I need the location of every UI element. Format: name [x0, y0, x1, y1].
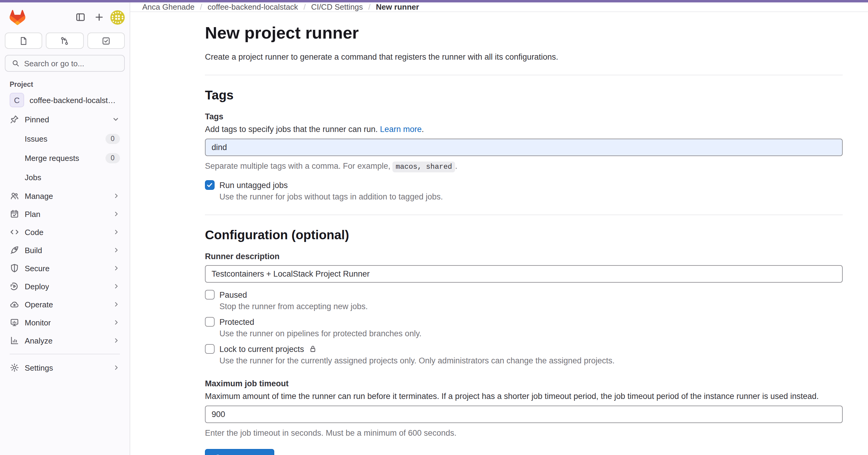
tags-example-code: macos, shared	[393, 162, 455, 172]
run-untagged-jobs-row: Run untagged jobs	[205, 180, 843, 190]
tags-field-label: Tags	[205, 111, 843, 122]
sidebar-item-jobs[interactable]: Jobs	[5, 167, 125, 187]
tags-section-title: Tags	[205, 87, 843, 102]
chevron-right-icon	[113, 247, 120, 254]
chevron-right-icon	[113, 337, 120, 344]
chevron-right-icon	[113, 210, 120, 218]
merge-request-icon	[60, 36, 70, 45]
page-subtitle: Create a project runner to generate a co…	[205, 51, 843, 63]
sidebar-item-secure[interactable]: Secure	[5, 259, 125, 277]
sidebar-item-operate[interactable]: Operate	[5, 295, 125, 313]
user-avatar-identicon[interactable]	[110, 10, 125, 24]
breadcrumb-item-project[interactable]: coffee-backend-localstack	[208, 2, 298, 11]
breadcrumb-item-cicd-settings[interactable]: CI/CD Settings	[311, 2, 363, 11]
sidebar-item-code[interactable]: Code	[5, 223, 125, 241]
max-job-timeout-input[interactable]	[205, 405, 843, 423]
breadcrumb-item-user[interactable]: Anca Ghenade	[142, 2, 194, 11]
sidebar-item-build[interactable]: Build	[5, 241, 125, 259]
protected-label[interactable]: Protected	[219, 317, 254, 326]
lock-to-projects-checkbox[interactable]	[205, 344, 215, 354]
section-divider	[205, 75, 843, 75]
runner-description-input[interactable]	[205, 265, 843, 283]
learn-more-link[interactable]: Learn more	[380, 125, 422, 134]
paused-row: Paused	[205, 290, 843, 299]
chevron-right-icon	[113, 319, 120, 326]
paused-label[interactable]: Paused	[219, 290, 247, 299]
plus-icon[interactable]	[92, 10, 106, 24]
issues-shortcut-button[interactable]	[5, 33, 42, 49]
tags-help-text: Add tags to specify jobs that the runner…	[205, 124, 843, 135]
rocket-icon	[10, 245, 19, 255]
cloud-pod-icon	[10, 299, 19, 309]
sidebar: Search or go to... Project C coffee-back…	[0, 2, 130, 455]
sidebar-toggle-icon[interactable]	[73, 10, 87, 24]
protected-checkbox[interactable]	[205, 317, 215, 327]
project-name: coffee-backend-localstack	[30, 96, 120, 104]
create-runner-button[interactable]: Create runner	[205, 449, 275, 455]
max-job-timeout-helper: Enter the job timeout in seconds. Must b…	[205, 427, 843, 439]
calendar-check-icon	[10, 209, 19, 219]
sidebar-item-plan[interactable]: Plan	[5, 205, 125, 223]
chevron-right-icon	[113, 301, 120, 308]
lock-to-projects-row: Lock to current projects	[205, 344, 843, 354]
paused-help: Stop the runner from accepting new jobs.	[219, 301, 843, 312]
sidebar-item-settings[interactable]: Settings	[5, 359, 125, 377]
run-untagged-jobs-help: Use the runner for jobs without tags in …	[219, 191, 843, 202]
sidebar-divider	[10, 354, 120, 354]
search-input[interactable]: Search or go to...	[5, 55, 125, 72]
issues-count-badge: 0	[105, 133, 120, 144]
sidebar-item-monitor[interactable]: Monitor	[5, 313, 125, 331]
todo-check-icon	[101, 36, 111, 45]
protected-help: Use the runner on pipelines for protecte…	[219, 328, 843, 339]
max-job-timeout-description: Maximum amount of time the runner can ru…	[205, 391, 843, 402]
tags-hint: Separate multiple tags with a comma. For…	[205, 160, 843, 173]
chevron-right-icon	[113, 364, 120, 371]
deploy-play-icon	[10, 282, 19, 291]
tags-input[interactable]	[205, 139, 843, 156]
search-icon	[11, 59, 20, 67]
monitor-icon	[10, 318, 19, 327]
run-untagged-jobs-checkbox[interactable]	[205, 180, 215, 190]
shield-icon	[10, 263, 19, 273]
sidebar-item-pinned[interactable]: Pinned	[5, 110, 125, 129]
gitlab-window: Search or go to... Project C coffee-back…	[0, 0, 868, 455]
window-accent-strip	[0, 0, 868, 2]
sidebar-item-project[interactable]: C coffee-backend-localstack	[5, 90, 125, 110]
bar-chart-icon	[10, 336, 19, 345]
breadcrumb-item-current: New runner	[376, 2, 419, 11]
gear-icon	[10, 363, 19, 372]
merge-requests-shortcut-button[interactable]	[46, 33, 84, 49]
section-divider	[205, 215, 843, 215]
sidebar-section-label: Project	[10, 81, 120, 88]
sidebar-item-merge-requests[interactable]: Merge requests 0	[5, 148, 125, 167]
users-icon	[10, 191, 19, 201]
code-icon	[10, 227, 19, 237]
breadcrumb: Anca Ghenade / coffee-backend-localstack…	[130, 2, 868, 12]
project-avatar: C	[10, 93, 24, 107]
search-placeholder: Search or go to...	[24, 59, 84, 68]
sidebar-item-deploy[interactable]: Deploy	[5, 277, 125, 295]
page-title: New project runner	[205, 23, 843, 43]
run-untagged-jobs-label[interactable]: Run untagged jobs	[219, 181, 288, 190]
paused-checkbox[interactable]	[205, 290, 215, 299]
protected-row: Protected	[205, 317, 843, 327]
chevron-right-icon	[113, 228, 120, 236]
issues-doc-icon	[19, 36, 28, 45]
chevron-right-icon	[113, 283, 120, 290]
chevron-right-icon	[113, 192, 120, 199]
max-job-timeout-label: Maximum job timeout	[205, 379, 843, 389]
merge-requests-count-badge: 0	[105, 153, 120, 163]
lock-to-projects-help: Use the runner for the currently assigne…	[219, 355, 843, 366]
sidebar-item-issues[interactable]: Issues 0	[5, 129, 125, 148]
sidebar-item-manage[interactable]: Manage	[5, 187, 125, 205]
todo-shortcut-button[interactable]	[87, 33, 125, 49]
chevron-right-icon	[113, 265, 120, 272]
sidebar-item-analyze[interactable]: Analyze	[5, 331, 125, 350]
gitlab-tanuki-icon[interactable]	[10, 9, 25, 25]
lock-to-projects-label[interactable]: Lock to current projects	[219, 345, 304, 353]
configuration-section-title: Configuration (optional)	[205, 227, 843, 242]
new-runner-form: New project runner Create a project runn…	[130, 12, 868, 455]
lock-icon	[309, 345, 317, 353]
pin-icon	[10, 115, 19, 124]
pinned-label: Pinned	[25, 115, 49, 124]
